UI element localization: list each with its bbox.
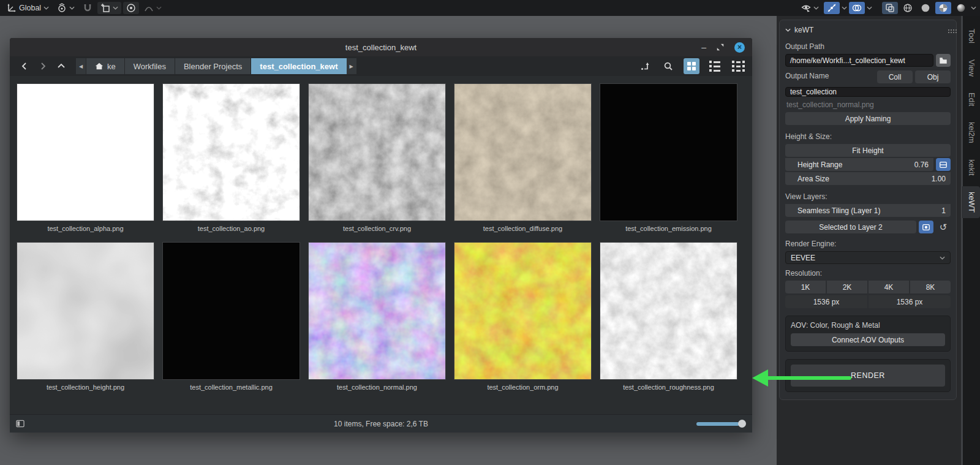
tab-edit[interactable]: Edit (963, 87, 980, 112)
breadcrumb-blender-projects[interactable]: Blender Projects (175, 58, 251, 74)
shading-material-button[interactable] (935, 2, 951, 14)
thumbnail-roughness (600, 242, 737, 380)
search-button[interactable] (660, 58, 676, 74)
resolution-x-field[interactable]: 1536 px (785, 295, 867, 308)
shading-wireframe-button[interactable] (900, 2, 916, 14)
selected-to-layer-button[interactable]: Selected to Layer 2 (785, 221, 916, 233)
undo-button[interactable]: ↺ (936, 221, 951, 233)
render-visibility-icon (922, 223, 930, 232)
tab-tool[interactable]: Tool (963, 23, 980, 49)
xray-toggle-button[interactable] (882, 2, 898, 14)
file-browser-window: test_collection_kewt – × ◀ ke Workfiles … (10, 38, 752, 433)
connect-aov-button[interactable]: Connect AOV Outputs (791, 333, 945, 346)
breadcrumb-workfiles[interactable]: Workfiles (125, 58, 175, 74)
file-item[interactable]: test_collection_crv.png (308, 83, 446, 232)
shading-solid-button[interactable] (918, 2, 933, 14)
zoom-slider-track[interactable] (696, 422, 739, 426)
file-item[interactable]: test_collection_height.png (17, 242, 154, 391)
falloff-dropdown[interactable] (141, 2, 165, 14)
browse-folder-button[interactable] (936, 54, 951, 67)
panel-collapse-chevron-icon[interactable] (785, 28, 791, 32)
height-range-label: Height Range (790, 161, 842, 169)
thumbnail-crv (308, 83, 446, 221)
render-visibility-toggle[interactable] (919, 221, 933, 233)
zoom-slider[interactable] (696, 420, 746, 428)
overlays-toggle-button[interactable] (849, 2, 865, 14)
snapping-dropdown[interactable] (97, 2, 121, 14)
breadcrumb-current-folder[interactable]: test_collection_kewt (251, 58, 346, 74)
output-name-input[interactable]: test_collection (785, 87, 951, 97)
back-button[interactable] (16, 59, 33, 74)
maximize-button[interactable] (716, 43, 725, 51)
tab-kei2m[interactable]: kei2m (963, 116, 980, 149)
tab-kekit[interactable]: kekit (963, 154, 980, 181)
file-item[interactable]: test_collection_normal.png (308, 242, 446, 391)
file-grid: test_collection_alpha.png test_collectio… (10, 76, 752, 414)
shading-rendered-button[interactable] (953, 2, 969, 14)
material-preview-icon (938, 3, 948, 13)
resolution-y-field[interactable]: 1536 px (869, 295, 951, 308)
panel-drag-handle-icon[interactable] (948, 29, 949, 31)
seamless-tiling-row[interactable]: Seamless Tiling (Layer 1) 1 (785, 204, 951, 217)
close-button[interactable]: × (734, 42, 745, 53)
details-view-button[interactable] (730, 58, 746, 74)
proportional-editing-button[interactable] (123, 2, 139, 14)
forward-button[interactable] (34, 59, 51, 74)
split-view-button[interactable] (637, 58, 653, 74)
zoom-slider-knob[interactable] (738, 420, 746, 428)
thumbnail-alpha (17, 83, 154, 221)
tab-view[interactable]: View (963, 54, 980, 82)
fit-height-button[interactable]: Fit Height (785, 144, 951, 157)
breadcrumb-collapse-button[interactable]: ◀ (76, 58, 86, 74)
file-item[interactable]: test_collection_orm.png (454, 242, 592, 391)
apply-naming-button[interactable]: Apply Naming (785, 112, 951, 125)
status-text: 10 items, Free space: 2,6 TB (10, 420, 752, 428)
file-name: test_collection_height.png (47, 384, 124, 391)
res-4k-button[interactable]: 4K (869, 281, 909, 293)
icons-view-button[interactable] (684, 58, 699, 74)
chevron-down-icon[interactable] (842, 6, 847, 10)
height-range-row[interactable]: Height Range 0.76 (785, 158, 933, 171)
obj-button[interactable]: Obj (915, 70, 951, 83)
coll-button[interactable]: Coll (877, 70, 913, 83)
snap-toggle-button[interactable] (80, 2, 96, 14)
orientation-axes-icon (7, 3, 17, 13)
gizmos-toggle-button[interactable] (824, 2, 840, 14)
res-2k-button[interactable]: 2K (827, 281, 867, 293)
minimize-button[interactable]: – (701, 44, 706, 50)
details-view-icon (732, 61, 745, 72)
render-engine-dropdown[interactable]: EEVEE (785, 251, 951, 264)
res-1k-button[interactable]: 1K (785, 281, 826, 293)
tab-kewt[interactable]: keWT (961, 186, 980, 218)
up-button[interactable] (53, 59, 70, 74)
pivot-point-dropdown[interactable] (54, 2, 78, 14)
home-icon (95, 62, 104, 70)
shading-options-chevron-icon[interactable] (971, 6, 976, 10)
res-8k-button[interactable]: 8K (910, 281, 951, 293)
file-item[interactable]: test_collection_diffuse.png (454, 83, 592, 232)
compact-view-button[interactable] (707, 58, 723, 74)
file-item[interactable]: test_collection_ao.png (162, 83, 300, 232)
breadcrumb-home[interactable]: ke (86, 58, 124, 74)
sidebar-tabstrip: Tool View Edit kei2m kekit keWT (961, 16, 980, 465)
panel-header[interactable]: keWT (785, 25, 951, 36)
output-path-field[interactable]: /home/ke/Workfi...t_collection_kewt (785, 54, 933, 67)
show-gizmo-dropdown[interactable] (798, 2, 822, 14)
file-name: test_collection_roughness.png (623, 384, 714, 391)
thumbnail-height (17, 242, 154, 380)
file-item[interactable]: test_collection_metallic.png (162, 242, 300, 391)
chevron-down-icon (940, 256, 945, 260)
file-item[interactable]: test_collection_alpha.png (17, 83, 154, 232)
area-size-row[interactable]: Area Size 1.00 (785, 172, 951, 185)
transform-orientation-dropdown[interactable]: Global (4, 2, 52, 14)
file-item[interactable]: test_collection_roughness.png (600, 242, 737, 391)
window-toolbar: ◀ ke Workfiles Blender Projects test_col… (10, 56, 752, 76)
resolution-label: Resolution: (785, 269, 951, 279)
window-titlebar[interactable]: test_collection_kewt – × (10, 38, 752, 56)
height-range-image-toggle[interactable] (936, 158, 951, 171)
aov-label: AOV: Color, Rough & Metal (791, 321, 945, 330)
aov-box: AOV: Color, Rough & Metal Connect AOV Ou… (785, 316, 951, 352)
chevron-down-icon[interactable] (867, 6, 872, 10)
file-item[interactable]: test_collection_emission.png (600, 83, 737, 232)
breadcrumb-next-button[interactable]: ▶ (347, 58, 356, 74)
